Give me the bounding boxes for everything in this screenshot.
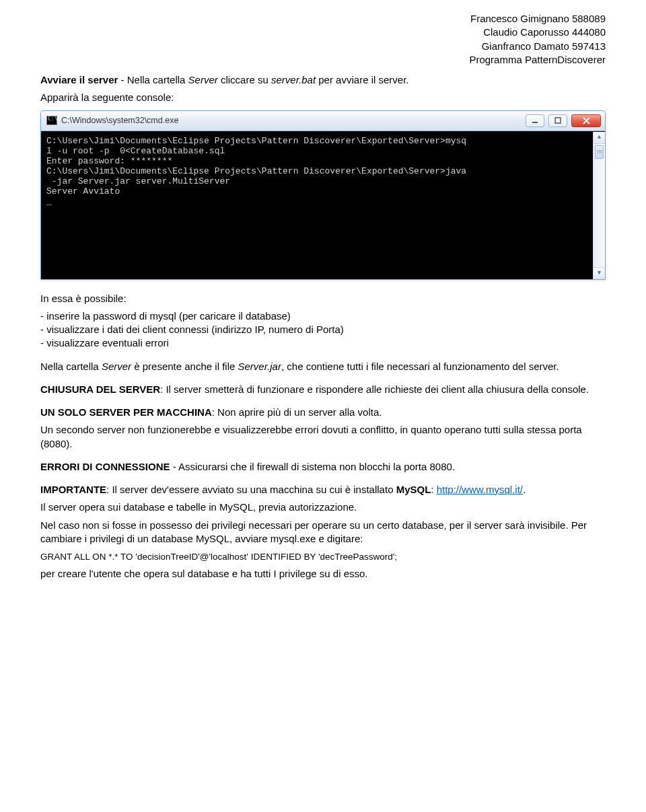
heading-inline: UN SOLO SERVER PER MACCHINA [40, 406, 212, 418]
maximize-button[interactable] [548, 114, 567, 127]
console-line: Enter password: ******** [46, 156, 590, 166]
console-body[interactable]: C:\Users\Jimi\Documents\Eclipse Projects… [41, 131, 605, 279]
svg-rect-0 [532, 122, 538, 123]
minimize-button[interactable] [526, 114, 544, 127]
header-line: Claudio Caporusso 444080 [40, 26, 606, 39]
console-line: Server Avviato [46, 186, 590, 196]
close-button[interactable] [571, 114, 601, 127]
console-line: _ [46, 196, 590, 207]
header-line: Francesco Gimignano 588089 [40, 12, 606, 26]
window-titlebar: C:\Windows\system32\cmd.exe [41, 111, 605, 131]
paragraph: CHIUSURA DEL SERVER: Il server smetterà … [40, 383, 606, 396]
paragraph: Apparirà la seguente console: [40, 91, 606, 104]
paragraph: IMPORTANTE: Il server dev'essere avviato… [40, 483, 606, 496]
console-line: C:\Users\Jimi\Documents\Eclipse Projects… [46, 136, 590, 146]
console-line: -jar Server.jar server.MultiServer [46, 176, 590, 186]
paragraph: ERRORI DI CONNESSIONE - Assicurarsi che … [40, 460, 606, 474]
list-item: visualizzare i dati dei client connessi … [40, 323, 606, 336]
scroll-thumb[interactable] [595, 145, 604, 159]
paragraph: Nel caso non si fosse in possesso dei pr… [40, 519, 606, 546]
mysql-link[interactable]: http://www.mysql.it/ [437, 484, 523, 495]
paragraph: In essa è possibile: [40, 292, 606, 305]
document-header: Francesco Gimignano 588089 Claudio Capor… [40, 12, 606, 67]
scroll-down-icon[interactable]: ▼ [594, 267, 605, 279]
scrollbar[interactable]: ▲ ▼ [593, 132, 605, 279]
code-line: GRANT ALL ON *.* TO 'decisionTreeID'@'lo… [40, 551, 606, 563]
list-item: visualizzare eventuali errori [40, 336, 606, 350]
paragraph: Un secondo server non funzionerebbe e vi… [40, 423, 606, 451]
heading-inline: CHIUSURA DEL SERVER [40, 383, 160, 395]
console-line: l -u root -p 0<CreateDatabase.sql [46, 146, 590, 156]
cmd-icon [46, 116, 57, 125]
heading-inline: Avviare il server [40, 74, 118, 85]
paragraph: per creare l'utente che opera sul databa… [40, 567, 606, 581]
inline-bold: MySQL [396, 484, 431, 495]
list-item: inserire la password di mysql (per caric… [40, 309, 606, 323]
paragraph: Avviare il server - Nella cartella Serve… [40, 73, 606, 87]
console-window: C:\Windows\system32\cmd.exe C:\Users\Jim… [40, 110, 606, 280]
scroll-up-icon[interactable]: ▲ [594, 132, 605, 144]
console-line: C:\Users\Jimi\Documents\Eclipse Projects… [46, 166, 590, 176]
header-line: Gianfranco Damato 597413 [40, 40, 606, 53]
bullet-list: inserire la password di mysql (per caric… [40, 309, 606, 350]
paragraph: Nella cartella Server è presente anche i… [40, 360, 606, 373]
header-line: Programma PatternDiscoverer [40, 53, 606, 67]
svg-rect-1 [555, 118, 561, 123]
window-title: C:\Windows\system32\cmd.exe [61, 115, 522, 126]
heading-inline: IMPORTANTE [40, 484, 106, 495]
heading-inline: ERRORI DI CONNESSIONE [40, 461, 170, 472]
paragraph: Il server opera sui database e tabelle i… [40, 501, 606, 514]
paragraph: UN SOLO SERVER PER MACCHINA: Non aprire … [40, 406, 606, 419]
